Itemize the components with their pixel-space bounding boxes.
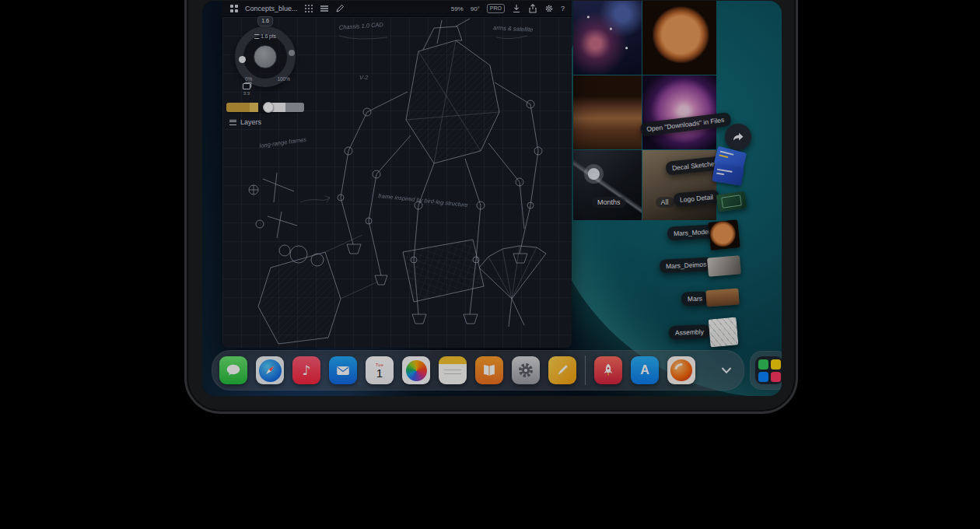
tool-wheel-left-knob[interactable] [239,56,246,63]
layers-menu-icon [229,120,236,125]
app-notes[interactable] [439,356,467,384]
chevron-down-icon [719,363,734,378]
app-calendar[interactable]: Tue 1 [366,356,394,384]
pro-badge[interactable]: PRO [487,4,505,13]
app-settings[interactable] [512,356,540,384]
app-rocket[interactable] [594,356,622,384]
tab-months[interactable]: Months [592,197,626,208]
document-title[interactable]: Concepts_blue... [245,5,298,12]
appstore-letter-icon: A [640,363,649,377]
app-library-tile [758,372,768,382]
dock-area: ♪ Tue 1 [212,350,782,391]
app-messages[interactable] [219,356,247,384]
app-safari[interactable] [256,356,284,384]
rocket-icon [600,362,617,379]
color-palette-strip[interactable] [226,103,304,112]
tool-wheel-center-knob[interactable] [254,45,277,68]
color-marker[interactable] [263,102,274,113]
mail-envelope-icon [334,362,352,379]
forward-arrow-icon [731,130,745,144]
pages-control[interactable]: 3:3 [241,83,252,96]
dock-collapse-button[interactable] [716,360,737,380]
dock-suggestions-panel [750,351,782,390]
tab-all[interactable]: All [656,197,674,208]
download-icon[interactable] [512,4,521,13]
books-open-book-icon [481,362,498,379]
brush-tool-wheel[interactable]: 1.6 1.6 pts 0% 100% [235,26,296,87]
drag-thumb-mars-deimos[interactable] [707,255,741,277]
notes-lines-icon [444,370,461,377]
app-concepts[interactable] [548,356,576,384]
music-note-icon: ♪ [303,363,311,378]
calendar-day: 1 [376,368,383,379]
app-library-tile [771,359,781,370]
dock: ♪ Tue 1 [212,350,744,391]
app-library-tile [771,372,781,382]
sketch-annotation: V-2 [359,74,369,81]
sketch-annotation: long-range frames [259,136,307,149]
photo-nebula[interactable] [573,1,642,75]
photo-mars-globe[interactable] [642,1,716,75]
opacity-max-label: 100% [277,76,290,82]
sketch-annotation: arms & satellite [493,24,534,33]
app-orange-swirl[interactable] [667,356,695,384]
help-button[interactable]: ? [561,5,565,12]
ipad-screen: Concepts_blue... 59% 90° PRO [202,1,782,396]
drag-thumb-mars-model[interactable] [708,219,740,250]
share-forward-button[interactable] [725,124,751,150]
safari-compass-icon [259,359,282,382]
layers-label: Layers [240,118,261,126]
photos-grid: Months All [573,1,716,220]
dots-grid-icon[interactable] [304,4,313,13]
app-music[interactable]: ♪ [292,356,320,384]
pencil-icon [554,362,571,379]
toolbar-right-group: 59% 90° PRO ? [451,4,565,13]
concepts-toolbar: Concepts_blue... 59% 90° PRO [222,1,572,17]
opacity-min-label: 0% [245,76,252,82]
app-library-icon[interactable] [755,356,782,384]
app-books[interactable] [475,356,503,384]
zoom-level[interactable]: 59% [451,5,464,12]
app-appstore[interactable]: A [631,356,659,384]
pen-icon[interactable] [335,4,345,13]
photo-orion-nebula[interactable] [642,75,716,149]
tool-wheel-right-knob[interactable] [289,50,295,56]
drag-item-label: Assembly [669,324,710,340]
orange-swirl-icon [670,359,692,381]
settings-gear-icon[interactable] [544,4,554,13]
app-library-tile [758,359,768,370]
drag-thumb-mars[interactable] [705,289,739,307]
drag-item-label: Mars [681,291,709,306]
rotation-value[interactable]: 90° [471,5,480,12]
photo-mars-surface[interactable] [573,75,642,149]
apps-grid-icon[interactable] [229,4,239,13]
menu-icon[interactable] [320,4,329,13]
pages-badge: 3:3 [241,91,252,96]
photos-flower-icon [406,360,427,381]
pages-icon [243,83,250,89]
share-icon[interactable] [528,4,537,13]
brush-size-label: 1.6 pts [254,33,276,39]
promo-background: Concepts_blue... 59% 90° PRO [0,0,980,529]
layers-panel-header[interactable]: Layers [229,118,261,126]
brush-size-badge: 1.6 [257,16,273,26]
settings-gear-icon [516,361,535,380]
ipad-device: Concepts_blue... 59% 90° PRO [184,0,798,414]
sketch-annotation: frame inspired by bird-leg structure [378,192,468,208]
messages-bubble-icon [225,362,242,379]
drag-item-label: Mars_Deimos [660,257,713,274]
photo-spacecraft[interactable] [573,150,642,220]
concepts-app-window: Concepts_blue... 59% 90° PRO [222,1,572,348]
app-photos[interactable] [402,356,430,384]
app-mail[interactable] [329,356,357,384]
dock-divider [585,356,586,385]
sketch-annotation: Chassis 1.0 CAD [339,21,384,31]
drag-thumb-assembly[interactable] [708,317,738,347]
